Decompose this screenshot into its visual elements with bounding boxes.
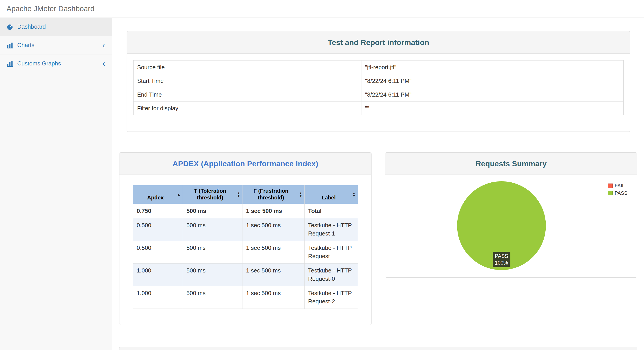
column-header-label: T (Toleration threshold) bbox=[194, 188, 226, 200]
requests-summary-panel: Requests Summary FAIL PASS PASS 100% bbox=[385, 152, 637, 278]
sidebar-item-dashboard[interactable]: Dashboard bbox=[0, 18, 112, 36]
requests-summary-title: Requests Summary bbox=[388, 160, 634, 168]
sidebar-item-label: Charts bbox=[17, 42, 34, 48]
test-info-table: Source file "jtl-report.jtl" Start Time … bbox=[133, 60, 624, 115]
apdex-table: Apdex ▲ T (Toleration threshold) ▲▼ F (F… bbox=[133, 185, 358, 309]
toleration-cell: 500 ms bbox=[183, 241, 242, 264]
bar-chart-icon bbox=[6, 42, 14, 49]
test-info-title: Test and Report information bbox=[130, 38, 627, 46]
label-cell: Testkube - HTTP Request bbox=[304, 241, 358, 264]
frustration-cell: 1 sec 500 ms bbox=[242, 241, 304, 264]
sort-both-icon: ▲▼ bbox=[237, 192, 240, 197]
sort-asc-icon: ▲ bbox=[177, 193, 180, 196]
info-label-cell: Source file bbox=[134, 60, 362, 74]
column-header-label: Apdex bbox=[147, 194, 164, 200]
apdex-value-cell: 1.000 bbox=[133, 264, 183, 286]
column-header-label: F (Frustration threshold) bbox=[254, 188, 288, 200]
sidebar-item-label: Customs Graphs bbox=[17, 60, 61, 67]
toleration-cell: 500 ms bbox=[183, 218, 242, 241]
pie-tooltip-value: 100% bbox=[495, 260, 508, 266]
apdex-value-cell: 0.500 bbox=[133, 218, 183, 241]
pass-swatch-icon bbox=[608, 191, 613, 196]
chevron-left-icon: ‹ bbox=[102, 41, 105, 49]
main-content: Test and Report information Source file … bbox=[112, 18, 644, 350]
frustration-cell: 1 sec 500 ms bbox=[242, 218, 304, 241]
table-row: Source file "jtl-report.jtl" bbox=[134, 60, 624, 74]
next-panel-partial bbox=[119, 347, 637, 350]
info-label-cell: End Time bbox=[134, 88, 362, 102]
column-header-apdex[interactable]: Apdex ▲ bbox=[133, 185, 183, 204]
apdex-panel-body: Apdex ▲ T (Toleration threshold) ▲▼ F (F… bbox=[120, 175, 371, 309]
bar-chart-icon bbox=[6, 60, 14, 67]
frustration-cell: 1 sec 500 ms bbox=[242, 286, 304, 309]
label-cell: Testkube - HTTP Request-1 bbox=[304, 218, 358, 241]
apdex-row: 1.000 500 ms 1 sec 500 ms Testkube - HTT… bbox=[133, 264, 358, 286]
top-header: Apache JMeter Dashboard bbox=[0, 0, 644, 18]
apdex-panel: APDEX (Application Performance Index) Ap… bbox=[119, 152, 372, 325]
sidebar: Dashboard Charts ‹ Customs Graphs ‹ bbox=[0, 18, 112, 350]
dashboard-icon bbox=[6, 23, 14, 30]
info-label-cell: Start Time bbox=[134, 74, 362, 88]
column-header-frustration[interactable]: F (Frustration threshold) ▲▼ bbox=[242, 185, 304, 204]
legend-item-pass: PASS bbox=[608, 190, 628, 196]
toleration-cell: 500 ms bbox=[183, 264, 242, 286]
fail-swatch-icon bbox=[608, 184, 613, 188]
apdex-value-cell: 0.750 bbox=[133, 204, 183, 218]
legend-label: PASS bbox=[615, 190, 628, 196]
requests-summary-heading: Requests Summary bbox=[385, 152, 637, 175]
toleration-cell: 500 ms bbox=[183, 204, 242, 218]
apdex-panel-heading: APDEX (Application Performance Index) bbox=[120, 152, 371, 175]
apdex-row-total: 0.750 500 ms 1 sec 500 ms Total bbox=[133, 204, 358, 218]
frustration-cell: 1 sec 500 ms bbox=[242, 264, 304, 286]
pie-tooltip: PASS 100% bbox=[493, 252, 510, 267]
table-row: End Time "8/22/24 6:11 PM" bbox=[134, 88, 624, 102]
table-row: Start Time "8/22/24 6:11 PM" bbox=[134, 74, 624, 88]
legend-label: FAIL bbox=[615, 183, 625, 188]
pie-tooltip-label: PASS bbox=[495, 253, 508, 260]
info-value-cell: "" bbox=[362, 102, 624, 115]
apdex-row: 0.500 500 ms 1 sec 500 ms Testkube - HTT… bbox=[133, 241, 358, 264]
toleration-cell: 500 ms bbox=[183, 286, 242, 309]
column-header-toleration[interactable]: T (Toleration threshold) ▲▼ bbox=[183, 185, 242, 204]
info-value-cell: "8/22/24 6:11 PM" bbox=[362, 88, 624, 102]
column-header-label: Label bbox=[322, 194, 336, 200]
chevron-left-icon: ‹ bbox=[102, 60, 105, 68]
apdex-value-cell: 1.000 bbox=[133, 286, 183, 309]
table-row: Filter for display "" bbox=[134, 102, 624, 115]
info-value-cell: "jtl-report.jtl" bbox=[362, 60, 624, 74]
test-info-panel-heading: Test and Report information bbox=[127, 31, 630, 54]
sort-both-icon: ▲▼ bbox=[299, 192, 302, 197]
frustration-cell: 1 sec 500 ms bbox=[242, 204, 304, 218]
table-header-row: Apdex ▲ T (Toleration threshold) ▲▼ F (F… bbox=[133, 185, 358, 204]
sidebar-item-label: Dashboard bbox=[17, 23, 46, 30]
info-label-cell: Filter for display bbox=[134, 102, 362, 115]
sidebar-item-customs-graphs[interactable]: Customs Graphs ‹ bbox=[0, 54, 112, 73]
label-cell: Total bbox=[304, 204, 358, 218]
apdex-title: APDEX (Application Performance Index) bbox=[123, 160, 368, 168]
app-title: Apache JMeter Dashboard bbox=[6, 4, 94, 13]
test-info-panel: Test and Report information Source file … bbox=[126, 31, 630, 132]
sidebar-item-charts[interactable]: Charts ‹ bbox=[0, 36, 112, 54]
test-info-panel-body: Source file "jtl-report.jtl" Start Time … bbox=[127, 54, 630, 115]
sort-both-icon: ▲▼ bbox=[352, 192, 356, 197]
apdex-row: 0.500 500 ms 1 sec 500 ms Testkube - HTT… bbox=[133, 218, 358, 241]
label-cell: Testkube - HTTP Request-0 bbox=[304, 264, 358, 286]
info-value-cell: "8/22/24 6:11 PM" bbox=[362, 74, 624, 88]
apdex-value-cell: 0.500 bbox=[133, 241, 183, 264]
label-cell: Testkube - HTTP Request-2 bbox=[304, 286, 358, 309]
apdex-row: 1.000 500 ms 1 sec 500 ms Testkube - HTT… bbox=[133, 286, 358, 309]
column-header-label-col[interactable]: Label ▲▼ bbox=[304, 185, 358, 204]
legend-item-fail: FAIL bbox=[608, 183, 628, 188]
pie-legend: FAIL PASS bbox=[608, 183, 628, 198]
